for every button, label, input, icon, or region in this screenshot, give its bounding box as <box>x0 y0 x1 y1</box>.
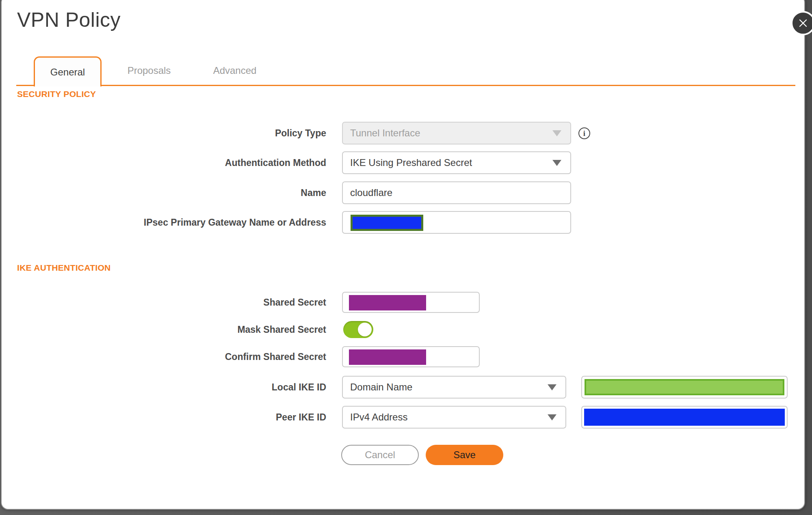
gateway-label: IPsec Primary Gateway Name or Address <box>0 211 326 234</box>
tab-advanced[interactable]: Advanced <box>200 56 269 85</box>
save-button[interactable]: Save <box>426 445 503 465</box>
tab-general[interactable]: General <box>34 56 102 86</box>
chevron-down-icon <box>552 130 561 136</box>
redacted-gateway-value <box>351 215 423 231</box>
peer-ike-id-select[interactable]: IPv4 Address <box>342 406 566 429</box>
confirm-shared-secret-input[interactable] <box>342 346 480 367</box>
authentication-method-select[interactable]: IKE Using Preshared Secret <box>342 151 571 174</box>
peer-ike-id-label: Peer IKE ID <box>0 406 326 429</box>
shared-secret-input[interactable] <box>342 292 480 313</box>
tab-advanced-label: Advanced <box>213 65 257 76</box>
mask-shared-secret-label: Mask Shared Secret <box>0 321 326 338</box>
toggle-knob <box>358 323 372 336</box>
name-input[interactable]: cloudflare <box>342 181 571 204</box>
redacted-peer-ike-id-value <box>584 409 785 426</box>
page-title: VPN Policy <box>17 8 121 32</box>
tab-general-label: General <box>50 67 85 78</box>
confirm-shared-secret-label: Confirm Shared Secret <box>0 346 326 367</box>
info-icon[interactable]: i <box>578 127 590 139</box>
tab-underline <box>16 85 795 86</box>
redacted-confirm-shared-secret-value <box>349 349 426 365</box>
authentication-method-value: IKE Using Preshared Secret <box>350 157 472 168</box>
local-ike-id-label: Local IKE ID <box>0 376 326 399</box>
peer-ike-id-type: IPv4 Address <box>350 412 407 423</box>
authentication-method-label: Authentication Method <box>0 151 326 174</box>
redacted-shared-secret-value <box>349 295 426 310</box>
cancel-button[interactable]: Cancel <box>341 445 419 465</box>
gateway-input[interactable] <box>342 211 571 234</box>
redacted-local-ike-id-value <box>585 379 784 395</box>
tab-proposals-label: Proposals <box>128 65 171 76</box>
policy-type-value: Tunnel Interface <box>350 127 420 139</box>
chevron-down-icon <box>552 160 561 166</box>
chevron-down-icon <box>548 384 556 390</box>
local-ike-id-select[interactable]: Domain Name <box>342 376 566 399</box>
local-ike-id-type: Domain Name <box>350 381 412 393</box>
mask-shared-secret-toggle[interactable] <box>343 321 373 338</box>
cancel-button-label: Cancel <box>365 449 395 461</box>
name-label: Name <box>0 181 326 204</box>
policy-type-label: Policy Type <box>0 122 326 144</box>
name-value: cloudflare <box>350 187 392 198</box>
security-policy-heading: SECURITY POLICY <box>17 89 96 99</box>
close-icon <box>798 18 808 28</box>
tab-proposals[interactable]: Proposals <box>115 56 184 85</box>
local-ike-id-value-input[interactable] <box>581 376 788 399</box>
peer-ike-id-value-input[interactable] <box>581 406 788 429</box>
close-button[interactable] <box>791 11 812 35</box>
chevron-down-icon <box>548 414 556 420</box>
ike-authentication-heading: IKE AUTHENTICATION <box>17 263 111 273</box>
save-button-label: Save <box>453 449 476 461</box>
shared-secret-label: Shared Secret <box>0 292 326 313</box>
policy-type-select[interactable]: Tunnel Interface <box>342 122 571 144</box>
